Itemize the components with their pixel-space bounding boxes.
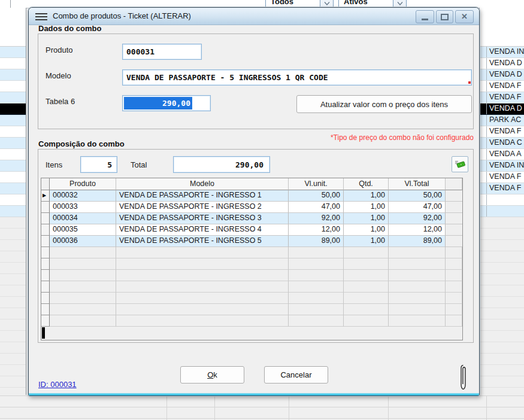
chevron-down-icon[interactable] xyxy=(320,0,333,7)
update-items-price-icon-button[interactable] xyxy=(452,156,468,172)
produto-field[interactable]: 000031 xyxy=(122,44,202,60)
background-list-label: VENDA C xyxy=(487,138,524,148)
background-list-cell xyxy=(480,104,487,114)
background-list-row[interactable] xyxy=(480,194,524,206)
table-row[interactable]: ▶000032VENDA DE PASSAPORTE - INGRESSO 15… xyxy=(41,190,462,202)
column-header[interactable]: Qtd. xyxy=(344,178,389,190)
total-label: Total xyxy=(131,160,147,169)
background-list-row[interactable]: VENDA F xyxy=(480,81,524,92)
column-header[interactable]: Produto xyxy=(50,178,116,190)
background-grid-row xyxy=(0,138,26,149)
background-list-cell xyxy=(480,206,487,217)
cell-filler xyxy=(446,247,462,258)
empty-cell xyxy=(344,293,389,304)
background-list-row[interactable]: VENDA F xyxy=(480,172,524,183)
background-grid-row xyxy=(0,172,26,183)
background-list-cell xyxy=(480,149,487,160)
cell-modelo[interactable]: VENDA DE PASSAPORTE - INGRESSO 4 xyxy=(116,224,289,236)
column-header[interactable]: Vl.unit. xyxy=(289,178,344,190)
background-list-row[interactable]: VENDA F xyxy=(480,92,524,104)
column-header[interactable]: Modelo xyxy=(116,178,289,190)
background-list-cell xyxy=(480,172,487,182)
empty-cell xyxy=(344,315,389,327)
cell-qtd[interactable]: 1,00 xyxy=(344,190,389,202)
chevron-down-icon[interactable] xyxy=(393,0,406,7)
modelo-field[interactable]: VENDA DE PASSAPORTE - 5 INGRESSOS 1 QR C… xyxy=(122,69,472,86)
cell-vl-total[interactable]: 47,00 xyxy=(389,202,446,213)
total-field[interactable]: 290,00 xyxy=(173,156,270,173)
background-gridline xyxy=(289,395,289,420)
menu-icon[interactable] xyxy=(35,13,47,22)
background-list-cell xyxy=(480,92,487,103)
close-button[interactable]: ✕ xyxy=(455,10,474,23)
composicao-combo-legend: Composição do combo xyxy=(38,139,125,148)
empty-cell xyxy=(50,315,116,327)
background-list-row[interactable]: VENDA D xyxy=(480,58,524,69)
cell-filler xyxy=(446,190,462,202)
maximize-button[interactable] xyxy=(436,10,453,23)
cell-vl-unit[interactable]: 89,00 xyxy=(289,236,344,247)
background-list-row[interactable]: VENDA IN xyxy=(480,47,524,58)
dialog-titlebar[interactable]: Combo de produtos - Ticket (ALTERAR) ✕ xyxy=(29,8,479,25)
ok-button[interactable]: Ok xyxy=(180,366,244,384)
column-header[interactable]: Vl.Total xyxy=(389,178,446,190)
cell-qtd[interactable]: 1,00 xyxy=(344,213,389,224)
background-list-row[interactable] xyxy=(480,206,524,217)
cell-vl-unit[interactable]: 50,00 xyxy=(289,190,344,202)
cell-vl-total[interactable]: 92,00 xyxy=(389,213,446,224)
close-icon: ✕ xyxy=(461,12,468,21)
table-row[interactable]: 000035VENDA DE PASSAPORTE - INGRESSO 412… xyxy=(41,224,462,236)
background-list-row[interactable]: VENDA A xyxy=(480,149,524,160)
modelo-label: Modelo xyxy=(46,71,71,80)
background-grid-row xyxy=(0,149,26,160)
cell-produto[interactable]: 000032 xyxy=(50,190,116,202)
cell-vl-unit[interactable]: 92,00 xyxy=(289,213,344,224)
cell-vl-total[interactable]: 50,00 xyxy=(389,190,446,202)
cell-produto[interactable]: 000033 xyxy=(50,202,116,213)
background-empty-rows xyxy=(0,217,26,395)
row-gutter xyxy=(41,258,50,270)
cell-modelo[interactable]: VENDA DE PASSAPORTE - INGRESSO 5 xyxy=(116,236,289,247)
background-list-cell xyxy=(480,115,487,126)
background-list-row[interactable]: VENDA C xyxy=(480,138,524,149)
combo-produtos-dialog: Combo de produtos - Ticket (ALTERAR) ✕ D… xyxy=(28,7,480,396)
cell-modelo[interactable]: VENDA DE PASSAPORTE - INGRESSO 2 xyxy=(116,202,289,213)
id-link[interactable]: ID: 000031 xyxy=(38,380,77,389)
background-list-label: VENDA A xyxy=(487,149,524,160)
cell-vl-unit[interactable]: 12,00 xyxy=(289,224,344,236)
table-row[interactable]: 000033VENDA DE PASSAPORTE - INGRESSO 247… xyxy=(41,202,462,213)
background-list-row[interactable]: VENDA F xyxy=(480,126,524,138)
minimize-button[interactable] xyxy=(416,10,434,23)
filter-dropdown-ativos-value: Ativos xyxy=(339,0,393,7)
background-list-row[interactable]: VENDA IN xyxy=(480,160,524,172)
table-row[interactable]: 000036VENDA DE PASSAPORTE - INGRESSO 589… xyxy=(41,236,462,247)
row-gutter xyxy=(41,236,50,247)
cancel-button[interactable]: Cancelar xyxy=(264,366,328,384)
cell-produto[interactable]: 000034 xyxy=(50,213,116,224)
cell-vl-total[interactable]: 89,00 xyxy=(389,236,446,247)
cell-qtd[interactable]: 1,00 xyxy=(344,224,389,236)
cell-produto[interactable]: 000036 xyxy=(50,236,116,247)
cell-modelo[interactable]: VENDA DE PASSAPORTE - INGRESSO 1 xyxy=(116,190,289,202)
cell-modelo[interactable]: VENDA DE PASSAPORTE - INGRESSO 3 xyxy=(116,213,289,224)
cell-qtd[interactable]: 1,00 xyxy=(344,236,389,247)
paperclip-icon xyxy=(459,364,467,393)
tabela6-field[interactable]: 290,00 xyxy=(122,95,211,111)
cell-vl-total[interactable]: 12,00 xyxy=(389,224,446,236)
background-list-row[interactable]: VENDA D xyxy=(480,104,524,115)
table-header-filler xyxy=(446,178,462,190)
itens-field[interactable]: 5 xyxy=(80,156,117,173)
background-list-row[interactable]: PARK AC xyxy=(480,115,524,126)
background-list-row[interactable]: VENDA F xyxy=(480,183,524,194)
row-gutter xyxy=(41,293,50,304)
atualizar-valor-button[interactable]: Atualizar valor com o preço dos itens xyxy=(296,95,472,113)
cell-filler xyxy=(446,293,462,304)
cell-vl-unit[interactable]: 47,00 xyxy=(289,202,344,213)
background-list-row[interactable]: VENDA D xyxy=(480,69,524,81)
background-grid-row xyxy=(0,115,26,126)
background-list-label xyxy=(487,206,524,217)
cell-produto[interactable]: 000035 xyxy=(50,224,116,236)
table-row[interactable]: 000034VENDA DE PASSAPORTE - INGRESSO 392… xyxy=(41,213,462,224)
cell-qtd[interactable]: 1,00 xyxy=(344,202,389,213)
cell-filler xyxy=(446,281,462,293)
